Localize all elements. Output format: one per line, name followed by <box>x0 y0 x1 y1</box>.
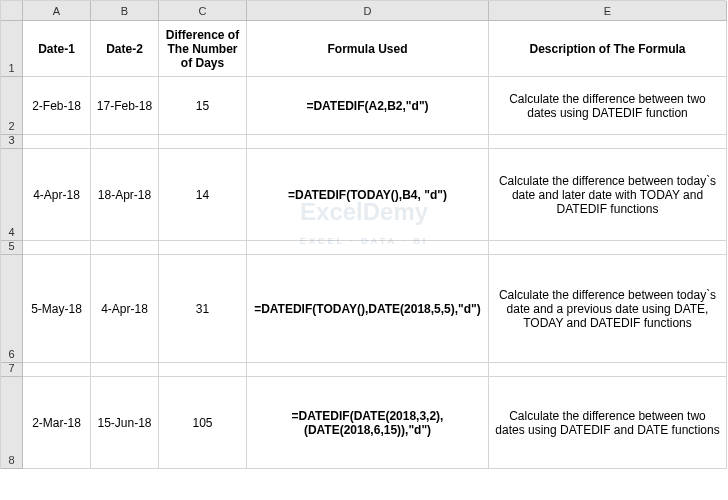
row-header-8[interactable]: 8 <box>1 377 23 469</box>
cell-B1[interactable]: Date-2 <box>91 21 159 77</box>
cell-B7[interactable] <box>91 363 159 377</box>
cell-B5[interactable] <box>91 241 159 255</box>
cell-D2[interactable]: =DATEDIF(A2,B2,"d") <box>247 77 489 135</box>
cell-C1[interactable]: Difference of The Number of Days <box>159 21 247 77</box>
cell-D5[interactable] <box>247 241 489 255</box>
cell-E6[interactable]: Calculate the difference between today`s… <box>489 255 727 363</box>
select-all-corner[interactable] <box>1 1 23 21</box>
cell-D7[interactable] <box>247 363 489 377</box>
cell-A6[interactable]: 5-May-18 <box>23 255 91 363</box>
cell-D6[interactable]: =DATEDIF(TODAY(),DATE(2018,5,5),"d") <box>247 255 489 363</box>
cell-A4[interactable]: 4-Apr-18 <box>23 149 91 241</box>
cell-A8[interactable]: 2-Mar-18 <box>23 377 91 469</box>
cell-C4[interactable]: 14 <box>159 149 247 241</box>
cell-C5[interactable] <box>159 241 247 255</box>
cell-D3[interactable] <box>247 135 489 149</box>
cell-C8[interactable]: 105 <box>159 377 247 469</box>
cell-C6[interactable]: 31 <box>159 255 247 363</box>
row-header-5[interactable]: 5 <box>1 241 23 255</box>
cell-E1[interactable]: Description of The Formula <box>489 21 727 77</box>
cell-D8[interactable]: =DATEDIF(DATE(2018,3,2),(DATE(2018,6,15)… <box>247 377 489 469</box>
cell-A7[interactable] <box>23 363 91 377</box>
cell-E3[interactable] <box>489 135 727 149</box>
row-header-4[interactable]: 4 <box>1 149 23 241</box>
col-header-E[interactable]: E <box>489 1 727 21</box>
cell-D1[interactable]: Formula Used <box>247 21 489 77</box>
cell-E5[interactable] <box>489 241 727 255</box>
row-header-1[interactable]: 1 <box>1 21 23 77</box>
row-header-6[interactable]: 6 <box>1 255 23 363</box>
cell-B4[interactable]: 18-Apr-18 <box>91 149 159 241</box>
cell-B2[interactable]: 17-Feb-18 <box>91 77 159 135</box>
cell-C2[interactable]: 15 <box>159 77 247 135</box>
row-header-3[interactable]: 3 <box>1 135 23 149</box>
cell-B8[interactable]: 15-Jun-18 <box>91 377 159 469</box>
cell-C3[interactable] <box>159 135 247 149</box>
cell-E7[interactable] <box>489 363 727 377</box>
col-header-B[interactable]: B <box>91 1 159 21</box>
cell-B6[interactable]: 4-Apr-18 <box>91 255 159 363</box>
col-header-A[interactable]: A <box>23 1 91 21</box>
col-header-C[interactable]: C <box>159 1 247 21</box>
cell-E4[interactable]: Calculate the difference between today`s… <box>489 149 727 241</box>
row-header-7[interactable]: 7 <box>1 363 23 377</box>
cell-A1[interactable]: Date-1 <box>23 21 91 77</box>
cell-D4[interactable]: =DATEDIF(TODAY(),B4, "d") <box>247 149 489 241</box>
cell-A2[interactable]: 2-Feb-18 <box>23 77 91 135</box>
col-header-D[interactable]: D <box>247 1 489 21</box>
cell-B3[interactable] <box>91 135 159 149</box>
row-header-2[interactable]: 2 <box>1 77 23 135</box>
cell-A5[interactable] <box>23 241 91 255</box>
spreadsheet-grid: A B C D E 1 Date-1 Date-2 Difference of … <box>0 0 726 469</box>
cell-A3[interactable] <box>23 135 91 149</box>
cell-E8[interactable]: Calculate the difference between two dat… <box>489 377 727 469</box>
cell-C7[interactable] <box>159 363 247 377</box>
cell-E2[interactable]: Calculate the difference between two dat… <box>489 77 727 135</box>
